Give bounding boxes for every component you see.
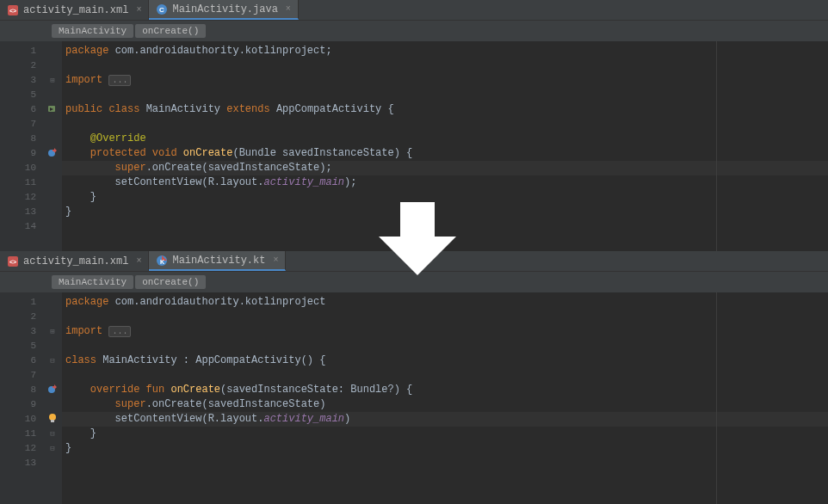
intention-bulb-icon[interactable] (47, 413, 58, 427)
xml-file-icon: <> (7, 4, 19, 16)
close-icon[interactable]: × (282, 4, 291, 14)
kotlin-file-icon: K (156, 255, 168, 267)
override-marker-icon[interactable] (47, 147, 58, 161)
close-icon[interactable]: × (133, 256, 141, 266)
override-marker-icon[interactable] (47, 384, 58, 397)
tab-mainactivity-kt[interactable]: K MainActivity.kt × (149, 251, 286, 271)
line-number: 9 (0, 146, 43, 161)
line-number: 11 (0, 175, 43, 190)
fold-plus-icon[interactable]: ⊞ (50, 76, 54, 85)
editor-body-bottom[interactable]: 1 2 3 5 6 7 8 9 10 11 12 13 ⊞ ⊟ (0, 292, 828, 504)
tab-activity-main-xml[interactable]: <> activity_main.xml × (0, 251, 149, 271)
code-text-area[interactable]: package com.androidauthority.kotlinproje… (62, 292, 828, 504)
tab-label: MainActivity.kt (172, 255, 265, 267)
svg-text:<>: <> (9, 8, 16, 14)
line-number: 13 (0, 205, 43, 219)
breadcrumb[interactable]: MainActivity (52, 275, 133, 289)
tab-label: activity_main.xml (23, 4, 128, 16)
fold-plus-icon[interactable]: ⊞ (50, 327, 54, 336)
gutter-icons: ⊞ (43, 41, 62, 251)
svg-text:C: C (160, 6, 165, 14)
line-number: 8 (0, 383, 43, 397)
line-number-gutter: 1 2 3 5 6 7 8 9 10 11 12 13 (0, 292, 43, 504)
line-number: 2 (0, 58, 43, 73)
line-number: 3 (0, 73, 43, 88)
java-class-icon: C (156, 3, 168, 15)
close-icon[interactable]: × (133, 5, 141, 15)
line-number: 13 (0, 456, 43, 470)
line-number: 10 (0, 161, 43, 175)
import-fold[interactable]: ... (108, 326, 131, 337)
line-number: 3 (0, 324, 43, 339)
right-margin-line (716, 292, 717, 504)
xml-file-icon: <> (7, 255, 19, 267)
line-number: 7 (0, 117, 43, 132)
tab-label: MainActivity.java (172, 3, 277, 15)
line-number: 2 (0, 310, 43, 324)
line-number: 14 (0, 219, 43, 234)
fold-close-icon[interactable]: ⊟ (50, 444, 54, 453)
kotlin-editor-section: <> activity_main.xml × K MainActivity.kt… (0, 251, 828, 504)
line-number: 6 (0, 353, 43, 368)
fold-minus-icon[interactable]: ⊟ (50, 356, 54, 366)
close-icon[interactable]: × (269, 255, 278, 265)
breadcrumb-bar-top: MainActivity onCreate() (0, 21, 828, 41)
line-number: 10 (0, 412, 43, 427)
svg-text:<>: <> (9, 259, 16, 265)
svg-point-15 (49, 414, 56, 421)
line-number: 12 (0, 441, 43, 456)
line-number: 1 (0, 295, 43, 310)
android-run-icon[interactable] (47, 103, 58, 117)
line-number: 8 (0, 132, 43, 146)
import-fold[interactable]: ... (108, 75, 131, 86)
tab-mainactivity-java[interactable]: C MainActivity.java × (149, 0, 298, 20)
line-number: 5 (0, 88, 43, 102)
fold-close-icon[interactable]: ⊟ (50, 429, 54, 439)
svg-text:K: K (160, 259, 164, 265)
line-number: 7 (0, 368, 43, 383)
tab-label: activity_main.xml (23, 255, 128, 267)
line-number: 11 (0, 427, 43, 441)
line-number: 1 (0, 44, 43, 58)
breadcrumb[interactable]: MainActivity (52, 24, 133, 38)
breadcrumb[interactable]: onCreate() (135, 24, 206, 38)
line-number: 6 (0, 102, 43, 117)
breadcrumb[interactable]: onCreate() (135, 275, 206, 289)
conversion-arrow-icon (379, 202, 456, 279)
svg-rect-16 (51, 420, 54, 422)
gutter-icons: ⊞ ⊟ ⊟ ⊟ (43, 292, 62, 504)
line-number: 9 (0, 397, 43, 412)
tab-activity-main-xml[interactable]: <> activity_main.xml × (0, 0, 149, 20)
right-margin-line (716, 41, 717, 251)
line-number: 5 (0, 339, 43, 353)
tab-bar-top: <> activity_main.xml × C MainActivity.ja… (0, 0, 828, 21)
line-number-gutter: 1 2 3 5 6 7 8 9 10 11 12 13 14 (0, 41, 43, 251)
line-number: 12 (0, 190, 43, 205)
